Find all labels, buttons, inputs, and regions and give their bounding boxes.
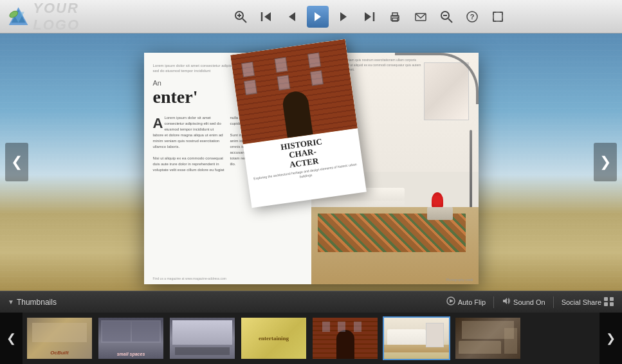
thumbnail-next-button[interactable]: ❯	[599, 313, 622, 364]
svg-marker-12	[315, 12, 321, 21]
side-table	[427, 207, 453, 220]
svg-marker-15	[365, 12, 371, 21]
thumbnail-4[interactable]: entertaining	[240, 316, 307, 360]
help-button[interactable]: ?	[461, 6, 483, 28]
thumbnails-toggle[interactable]: ▼ Thumbnails	[8, 298, 57, 307]
nav-next-icon: ❯	[599, 154, 611, 170]
thumb-2-label: small spaces	[100, 352, 162, 356]
controls-right: Auto Flip Sound On Social Share	[446, 296, 614, 308]
thumbnails-label: Thumbnails	[17, 298, 57, 307]
svg-rect-26	[493, 12, 502, 21]
body-col1-text: Lorem ipsum dolor sit amet consectetur a…	[153, 116, 223, 149]
logo-text: YOUR LOGO	[33, 0, 123, 33]
zoom-in-button[interactable]	[230, 6, 252, 28]
zoom-out-button[interactable]	[435, 6, 457, 28]
auto-flip-button[interactable]: Auto Flip	[446, 296, 486, 307]
last-page-button[interactable]	[358, 6, 380, 28]
prev-page-button[interactable]	[281, 6, 303, 28]
print-button[interactable]	[384, 6, 406, 28]
floating-article-card: HISTORIC CHAR- ACTER Exploring the archi…	[230, 39, 367, 208]
share-dot-3	[604, 302, 608, 306]
auto-flip-label: Auto Flip	[458, 298, 486, 306]
thumbnail-7[interactable]	[454, 316, 522, 360]
share-grid-icon	[604, 297, 614, 307]
email-button[interactable]	[410, 6, 432, 28]
nav-prev-icon: ❮	[11, 154, 23, 170]
sound-label: Sound On	[513, 298, 545, 306]
toolbar: YOUR LOGO ?	[0, 0, 622, 33]
svg-marker-28	[450, 299, 453, 303]
divider-1	[493, 296, 494, 308]
thumb-1-label: OcBuilt	[27, 350, 92, 356]
thumb-next-icon: ❯	[606, 331, 616, 345]
share-dot-2	[610, 297, 614, 301]
svg-marker-11	[289, 12, 295, 21]
svg-marker-13	[340, 12, 347, 21]
current-page-button[interactable]	[307, 6, 329, 28]
divider-2	[553, 296, 554, 308]
thumbnail-2[interactable]: small spaces	[97, 316, 165, 360]
arc-lamp-base	[470, 130, 472, 220]
drop-cap: A	[153, 116, 163, 131]
magazine-spread: Lorem ipsum dolor sit amet consectetur a…	[144, 53, 479, 284]
svg-rect-17	[392, 13, 398, 16]
thumbnail-6[interactable]	[383, 316, 450, 360]
toggle-chevron-icon: ▼	[8, 298, 14, 305]
share-dot-4	[610, 302, 614, 306]
svg-line-22	[448, 19, 452, 23]
svg-marker-10	[264, 12, 271, 21]
logo-area: YOUR LOGO	[8, 0, 123, 33]
first-page-button[interactable]	[255, 6, 277, 28]
right-page-footer: Photography credit	[446, 278, 473, 282]
svg-point-19	[398, 17, 399, 18]
svg-rect-18	[392, 18, 398, 21]
card-image	[230, 39, 358, 145]
fullscreen-button[interactable]	[487, 6, 509, 28]
thumb-4-label: entertaining	[259, 335, 289, 342]
thumbnail-prev-button[interactable]: ❮	[0, 313, 23, 364]
nav-prev-arrow[interactable]: ❮	[5, 143, 28, 181]
social-share-label: Social Share	[562, 298, 601, 306]
svg-text:?: ?	[470, 13, 474, 21]
thumbnail-1[interactable]: OcBuilt	[26, 316, 93, 360]
thumbnail-3[interactable]	[169, 316, 236, 360]
page-footer-left: Find us a magazine at www.magazine-addre…	[153, 277, 227, 280]
controls-bar: ▼ Thumbnails Auto Flip Sound On Social S…	[0, 291, 622, 313]
toolbar-center: ?	[123, 6, 614, 28]
sound-icon	[502, 296, 511, 307]
nav-next-arrow[interactable]: ❯	[594, 143, 617, 181]
thumbnail-5[interactable]	[311, 316, 379, 360]
flowers	[432, 192, 443, 208]
thumb-prev-icon: ❮	[6, 331, 16, 345]
play-icon	[446, 296, 455, 307]
svg-marker-29	[503, 298, 507, 304]
share-dot-1	[604, 297, 608, 301]
logo-icon	[8, 5, 29, 28]
sound-button[interactable]: Sound On	[502, 296, 545, 307]
thumbnails-strip: ❮ OcBuilt small spaces entertaining	[0, 313, 622, 364]
next-page-button[interactable]	[333, 6, 354, 28]
svg-line-6	[242, 19, 246, 23]
viewer: ❮ ❯ Lorem ipsum dolor sit amet consectet…	[0, 33, 622, 291]
social-share-button[interactable]: Social Share	[562, 297, 614, 307]
